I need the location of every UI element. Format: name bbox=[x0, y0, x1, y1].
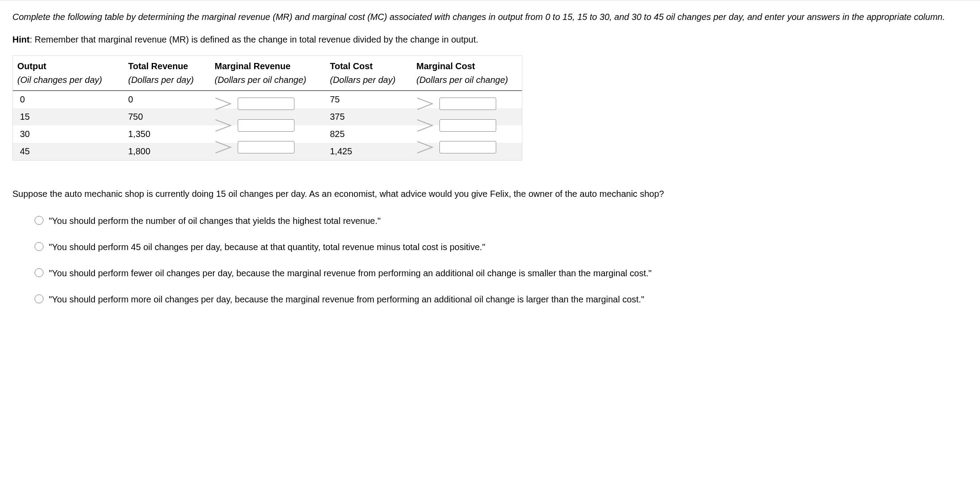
cell-tc: 75 bbox=[330, 93, 416, 106]
col-output-unit: (Oil changes per day) bbox=[17, 73, 128, 87]
radio-icon[interactable] bbox=[35, 216, 43, 225]
cell-output: 0 bbox=[17, 93, 128, 106]
radio-icon[interactable] bbox=[35, 242, 43, 251]
option-label: "You should perform more oil changes per… bbox=[49, 293, 968, 306]
cell-output: 15 bbox=[17, 110, 128, 124]
cell-tc: 375 bbox=[330, 110, 416, 124]
data-table: Output (Oil changes per day) Total Reven… bbox=[12, 55, 522, 161]
col-tr-unit: (Dollars per day) bbox=[128, 73, 215, 87]
arrow-right-icon bbox=[215, 119, 234, 132]
option-2[interactable]: "You should perform fewer oil changes pe… bbox=[35, 266, 968, 280]
col-tc-title: Total Cost bbox=[330, 59, 416, 73]
col-mr-title: Marginal Revenue bbox=[215, 59, 330, 73]
option-label: "You should perform 45 oil changes per d… bbox=[49, 240, 968, 254]
cell-tr: 1,350 bbox=[128, 127, 215, 141]
col-mc-unit: (Dollars per oil change) bbox=[416, 73, 517, 87]
mc-input-0[interactable] bbox=[439, 98, 496, 110]
col-tr-title: Total Revenue bbox=[128, 59, 215, 73]
cell-tr: 750 bbox=[128, 110, 215, 124]
hint-line: Hint: Remember that marginal revenue (MR… bbox=[12, 33, 968, 47]
col-output-title: Output bbox=[17, 59, 128, 73]
mr-input-1[interactable] bbox=[238, 119, 294, 132]
option-0[interactable]: "You should perform the number of oil ch… bbox=[35, 214, 968, 228]
table-body: 0 0 75 15 750 375 30 1,350 825 45 1,800 … bbox=[13, 91, 522, 160]
cell-tc: 825 bbox=[330, 127, 416, 141]
hint-text: : Remember that marginal revenue (MR) is… bbox=[30, 35, 478, 44]
instructions-text: Complete the following table by determin… bbox=[12, 10, 968, 24]
table-header-row: Output (Oil changes per day) Total Reven… bbox=[13, 56, 522, 91]
mc-input-1[interactable] bbox=[439, 119, 496, 132]
cell-output: 45 bbox=[17, 145, 128, 158]
question-text: Suppose the auto mechanic shop is curren… bbox=[12, 187, 968, 201]
mr-input-0[interactable] bbox=[238, 98, 294, 110]
cell-output: 30 bbox=[17, 127, 128, 141]
col-mc-title: Marginal Cost bbox=[416, 59, 517, 73]
arrow-right-icon bbox=[215, 97, 234, 110]
option-label: "You should perform fewer oil changes pe… bbox=[49, 266, 968, 280]
radio-icon[interactable] bbox=[35, 294, 43, 303]
arrow-right-icon bbox=[215, 141, 234, 154]
option-label: "You should perform the number of oil ch… bbox=[49, 214, 968, 228]
radio-icon[interactable] bbox=[35, 268, 43, 277]
options-group: "You should perform the number of oil ch… bbox=[12, 214, 968, 306]
option-1[interactable]: "You should perform 45 oil changes per d… bbox=[35, 240, 968, 254]
option-3[interactable]: "You should perform more oil changes per… bbox=[35, 293, 968, 306]
cell-tc: 1,425 bbox=[330, 145, 416, 158]
arrow-right-icon bbox=[416, 97, 436, 110]
mr-input-2[interactable] bbox=[238, 141, 294, 153]
arrow-right-icon bbox=[416, 141, 436, 154]
mr-input-group bbox=[215, 91, 325, 160]
col-tc-unit: (Dollars per day) bbox=[330, 73, 416, 87]
hint-label: Hint bbox=[12, 35, 30, 44]
cell-tr: 0 bbox=[128, 93, 215, 106]
arrow-right-icon bbox=[416, 119, 436, 132]
mc-input-2[interactable] bbox=[439, 141, 496, 153]
mc-input-group bbox=[416, 91, 523, 160]
cell-tr: 1,800 bbox=[128, 145, 215, 158]
col-mr-unit: (Dollars per oil change) bbox=[215, 73, 330, 87]
